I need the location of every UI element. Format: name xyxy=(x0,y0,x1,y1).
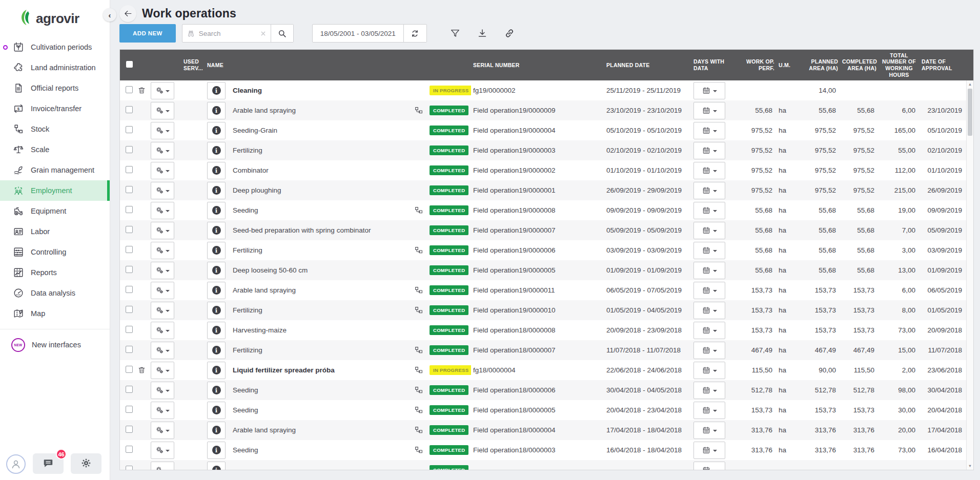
scroll-thumb[interactable] xyxy=(968,89,972,136)
settings-button[interactable] xyxy=(71,453,101,474)
row-info-button[interactable]: i xyxy=(207,242,226,259)
row-info-button[interactable]: i xyxy=(207,382,226,399)
back-button[interactable] xyxy=(119,5,136,22)
sidebar-item-map[interactable]: Map xyxy=(0,303,110,324)
row-info-button[interactable]: i xyxy=(207,282,226,299)
sidebar-item-employment[interactable]: Employment xyxy=(0,180,110,201)
scroll-down-arrow[interactable]: ▼ xyxy=(967,464,973,468)
row-actions-button[interactable] xyxy=(151,102,174,119)
row-info-button[interactable]: i xyxy=(207,82,226,99)
vertical-scrollbar[interactable]: ▲ ▼ xyxy=(966,80,973,470)
row-actions-button[interactable] xyxy=(151,382,174,399)
messages-button[interactable]: 46 xyxy=(33,453,64,474)
sidebar-item-reports[interactable]: Reports xyxy=(0,262,110,283)
row-actions-button[interactable] xyxy=(151,202,174,219)
row-actions-button[interactable] xyxy=(151,182,174,199)
days-with-data-button[interactable] xyxy=(693,182,725,199)
row-actions-button[interactable] xyxy=(151,362,174,379)
sidebar-item-equipment[interactable]: Equipment xyxy=(0,201,110,221)
days-with-data-button[interactable] xyxy=(693,322,725,339)
days-with-data-button[interactable] xyxy=(693,422,725,439)
row-actions-button[interactable] xyxy=(151,222,174,239)
days-with-data-button[interactable] xyxy=(693,342,725,359)
row-checkbox[interactable] xyxy=(126,446,133,453)
add-new-button[interactable]: ADD NEW xyxy=(119,24,176,43)
row-actions-button[interactable] xyxy=(151,242,174,259)
row-info-button[interactable]: i xyxy=(207,422,226,439)
row-info-button[interactable]: i xyxy=(207,202,226,219)
row-info-button[interactable]: i xyxy=(207,362,226,379)
sidebar-item-scale[interactable]: Scale xyxy=(0,139,110,160)
user-avatar[interactable] xyxy=(6,454,26,474)
days-with-data-button[interactable] xyxy=(693,282,725,299)
row-checkbox[interactable] xyxy=(126,126,133,133)
row-actions-button[interactable] xyxy=(151,162,174,179)
row-checkbox[interactable] xyxy=(126,426,133,433)
download-button[interactable] xyxy=(476,27,489,40)
row-checkbox[interactable] xyxy=(126,146,133,153)
row-actions-button[interactable] xyxy=(151,322,174,339)
date-range-input[interactable]: 18/05/2001 - 03/05/2021 xyxy=(313,25,403,42)
days-with-data-button[interactable] xyxy=(693,302,725,319)
row-actions-button[interactable] xyxy=(151,122,174,139)
clear-search-icon[interactable] xyxy=(260,30,267,37)
sidebar-item-controlling[interactable]: Controlling xyxy=(0,242,110,262)
row-checkbox[interactable] xyxy=(126,466,133,470)
scroll-up-arrow[interactable]: ▲ xyxy=(967,82,973,87)
row-actions-button[interactable] xyxy=(151,282,174,299)
row-actions-button[interactable] xyxy=(151,442,174,459)
days-with-data-button[interactable] xyxy=(693,382,725,399)
search-input[interactable] xyxy=(199,30,260,37)
row-info-button[interactable]: i xyxy=(207,182,226,199)
days-with-data-button[interactable] xyxy=(693,82,725,99)
days-with-data-button[interactable] xyxy=(693,462,725,471)
row-checkbox[interactable] xyxy=(126,346,133,353)
sidebar-item-invoice-transfer[interactable]: $Invoice/transfer xyxy=(0,98,110,119)
row-checkbox[interactable] xyxy=(126,186,133,193)
days-with-data-button[interactable] xyxy=(693,222,725,239)
row-info-button[interactable]: i xyxy=(207,262,226,279)
days-with-data-button[interactable] xyxy=(693,442,725,459)
row-actions-button[interactable] xyxy=(151,262,174,279)
days-with-data-button[interactable] xyxy=(693,202,725,219)
row-info-button[interactable]: i xyxy=(207,162,226,179)
sidebar-item-cultivation-periods[interactable]: Cultivation periods xyxy=(0,37,110,57)
row-checkbox[interactable] xyxy=(126,266,133,273)
search-button[interactable] xyxy=(271,25,293,42)
days-with-data-button[interactable] xyxy=(693,402,725,419)
days-with-data-button[interactable] xyxy=(693,242,725,259)
row-actions-button[interactable] xyxy=(151,142,174,159)
days-with-data-button[interactable] xyxy=(693,122,725,139)
sidebar-item-data-analysis[interactable]: Data analysis xyxy=(0,283,110,303)
days-with-data-button[interactable] xyxy=(693,102,725,119)
link-button[interactable] xyxy=(503,27,516,40)
row-info-button[interactable]: i xyxy=(207,342,226,359)
sidebar-item-grain-management[interactable]: Grain management xyxy=(0,160,110,180)
row-info-button[interactable]: i xyxy=(207,142,226,159)
refresh-button[interactable] xyxy=(403,25,426,42)
row-actions-button[interactable] xyxy=(151,342,174,359)
row-info-button[interactable]: i xyxy=(207,122,226,139)
row-info-button[interactable]: i xyxy=(207,462,226,471)
filter-button[interactable] xyxy=(448,27,462,40)
sidebar-item-stock[interactable]: Stock xyxy=(0,119,110,139)
row-checkbox[interactable] xyxy=(126,106,133,113)
sidebar-item-new-interfaces[interactable]: NEW New interfaces xyxy=(0,335,110,355)
row-actions-button[interactable] xyxy=(151,422,174,439)
row-checkbox[interactable] xyxy=(126,226,133,233)
row-checkbox[interactable] xyxy=(126,246,133,253)
delete-button[interactable] xyxy=(137,86,146,95)
row-checkbox[interactable] xyxy=(126,406,133,413)
row-actions-button[interactable] xyxy=(151,82,174,99)
days-with-data-button[interactable] xyxy=(693,262,725,279)
sidebar-item-official-reports[interactable]: Official reports xyxy=(0,78,110,98)
row-info-button[interactable]: i xyxy=(207,322,226,339)
row-checkbox[interactable] xyxy=(126,326,133,333)
row-info-button[interactable]: i xyxy=(207,102,226,119)
row-checkbox[interactable] xyxy=(126,166,133,173)
row-checkbox[interactable] xyxy=(126,386,133,393)
sidebar-collapse-button[interactable]: ‹ xyxy=(103,8,116,22)
days-with-data-button[interactable] xyxy=(693,162,725,179)
row-checkbox[interactable] xyxy=(126,306,133,313)
days-with-data-button[interactable] xyxy=(693,362,725,379)
